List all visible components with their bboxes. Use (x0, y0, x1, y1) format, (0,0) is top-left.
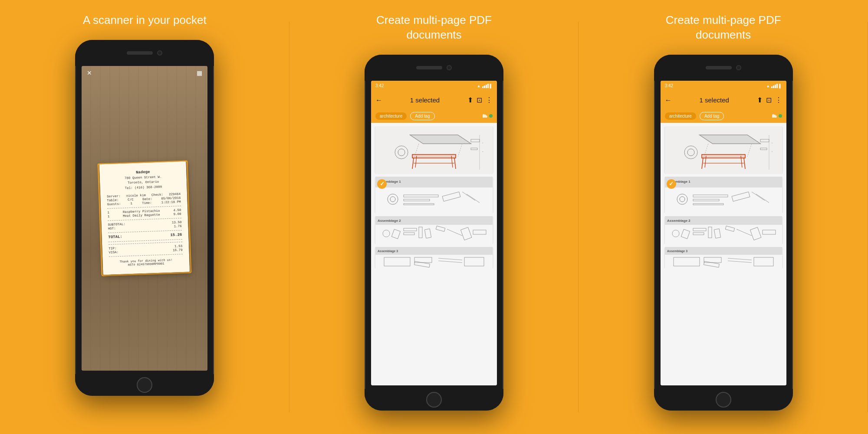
receipt-address-block: 780 Queen Street W. Toronto, Ontario Tel… (106, 174, 181, 192)
doc-screen-pdf2: 3:42 ▲ ▌ ← 1 selected ⬆ ⊡ (661, 81, 786, 385)
svg-rect-85 (665, 225, 782, 244)
svg-text:←: ← (771, 141, 773, 144)
panel-pdf2: Create multi-page PDFdocuments 3:42 ▲ ▌ (579, 0, 868, 434)
svg-rect-32 (375, 225, 493, 244)
item1-qty: 1 (108, 211, 110, 214)
hst-label: HST: (108, 227, 116, 230)
arch-drawing-4-pdf2: Assemblage 3 Table frame (664, 247, 783, 269)
phone-bottom-pdf2 (654, 389, 793, 411)
cloud-online-dot-pdf2 (779, 114, 782, 118)
svg-text:Assemblage 3: Assemblage 3 (378, 250, 398, 253)
arch-drawing-3-pdf2: Assemblage 2 (664, 216, 783, 244)
doc-list-pdf2: ← ← ✓ Assemblage 1 (661, 123, 786, 385)
svg-text:←: ← (482, 150, 484, 153)
phone-pdf2: 3:42 ▲ ▌ ← 1 selected ⬆ ⊡ (654, 55, 793, 411)
doc-screen-pdf1: 3:42 ▲ ▌ ← 1 selected ⬆ ⊡ (371, 81, 497, 385)
wifi-icon: ▲ (477, 84, 481, 88)
tag-bar-pdf1: architecture Add tag (371, 109, 497, 123)
doc-card-4-pdf1[interactable]: Assemblage 3 Table frame (375, 247, 493, 269)
svg-text:Assemblage 2: Assemblage 2 (378, 219, 401, 223)
home-button[interactable] (137, 377, 152, 393)
item1-price: 4.50 (174, 208, 181, 212)
arch-drawing-3-pdf1: Assemblage 2 (375, 216, 493, 244)
doc-card-img-4-pdf1: Assemblage 3 Table frame (375, 247, 493, 269)
scan-overlay: Nadege 780 Queen Street W. Toronto, Onta… (82, 66, 207, 371)
export-button-pdf1[interactable]: ⊡ (477, 96, 482, 104)
doc-card-3-pdf2[interactable]: Assemblage 2 (664, 216, 783, 244)
app-bar-pdf1: ← 1 selected ⬆ ⊡ ⋮ (371, 91, 497, 109)
server-label: Server: (107, 194, 121, 198)
doc-card-1-pdf1[interactable]: ← ← (375, 126, 493, 174)
cloud-icon-pdf2 (772, 114, 778, 118)
flash-icon[interactable]: ✕ (87, 69, 92, 76)
doc-card-2-pdf2[interactable]: ✓ Assemblage 1 (664, 177, 783, 214)
export-button-pdf2[interactable]: ⊡ (766, 96, 772, 104)
tag-architecture-pdf1[interactable]: architecture (375, 112, 407, 120)
camera-pdf1 (447, 65, 452, 70)
arch-drawing-2-pdf2: Assemblage 1 (664, 177, 783, 214)
speaker-pdf1 (416, 66, 442, 69)
receipt-document: Nadege 780 Queen Street W. Toronto, Onta… (99, 161, 190, 275)
camera-pdf2 (736, 65, 741, 70)
scan-mode-icon[interactable]: ▦ (197, 69, 202, 76)
share-button-pdf2[interactable]: ⬆ (757, 96, 763, 104)
table-label: Table: (107, 198, 119, 202)
battery-icon: ▌ (490, 84, 493, 88)
panel-pdf1: Create multi-page PDFdocuments 3:42 ▲ ▌ (289, 0, 579, 434)
panel-pdf2-title: Create multi-page PDFdocuments (666, 13, 781, 43)
total-value: 15.26 (171, 233, 182, 237)
panel-pdf1-title: Create multi-page PDFdocuments (376, 13, 492, 43)
svg-rect-59 (702, 155, 745, 158)
app-bar-pdf2: ← 1 selected ⬆ ⊡ ⋮ (661, 91, 786, 109)
camera-icon (157, 50, 162, 56)
more-button-pdf2[interactable]: ⋮ (775, 96, 782, 104)
doc-card-3-pdf1[interactable]: Assemblage 2 (375, 216, 493, 244)
phone-top-pdf1 (365, 55, 503, 81)
phone-bottom-pdf1 (365, 389, 503, 411)
item2-name: Meat Daily Baguette (123, 213, 160, 218)
back-button-pdf1[interactable]: ← (375, 96, 382, 104)
status-icons-pdf2: ▲ ▌ (766, 84, 782, 88)
svg-rect-99 (665, 255, 782, 269)
check-label: Check: (151, 193, 163, 197)
arch-drawing-1-pdf2: ← ← (664, 126, 783, 174)
subtotal-value: 13.50 (172, 220, 182, 224)
visa-value: 16.79 (173, 248, 183, 252)
date-label: Date: (142, 197, 152, 201)
item2-price: 9.00 (174, 212, 181, 216)
doc-card-4-pdf2[interactable]: Assemblage 3 Table frame (664, 247, 783, 269)
scanner-top-icons: ✕ ▦ (82, 69, 207, 76)
battery-icon-pdf2: ▌ (779, 84, 782, 88)
tag-architecture-pdf2[interactable]: architecture (665, 112, 696, 120)
svg-text:Assemblage 3: Assemblage 3 (667, 250, 687, 253)
doc-card-2-pdf1[interactable]: ✓ Assemblage 1 (375, 177, 493, 214)
visa-label: VISA: (109, 250, 119, 254)
arch-drawing-2-pdf1: Assemblage 1 (375, 177, 493, 214)
status-time-pdf1: 3:42 (375, 83, 384, 88)
more-button-pdf1[interactable]: ⋮ (486, 96, 493, 104)
home-button-pdf1[interactable] (426, 392, 442, 408)
doc-card-img-3-pdf2: Assemblage 2 (664, 216, 783, 244)
svg-rect-0 (375, 126, 493, 174)
guests-value: 1 (131, 202, 133, 205)
doc-card-1-pdf2[interactable]: ← ← (664, 126, 783, 174)
total-label: TOTAL: (108, 235, 123, 240)
back-button-pdf2[interactable]: ← (665, 96, 672, 104)
doc-card-img-1-pdf1: ← ← (375, 126, 493, 174)
status-bar-pdf1: 3:42 ▲ ▌ (371, 81, 497, 91)
panel-scanner-title: A scanner in your pocket (83, 13, 207, 28)
wifi-icon-pdf2: ▲ (766, 84, 770, 88)
time-label: Time: (142, 201, 152, 205)
phone-scanner: ✕ ▦ Nadege 780 Queen Street W. Toronto, … (75, 40, 214, 396)
cloud-online-dot-pdf1 (489, 114, 493, 118)
add-tag-pdf2[interactable]: Add tag (700, 112, 724, 120)
doc-card-img-4-pdf2: Assemblage 3 Table frame (664, 247, 783, 269)
status-bar-pdf2: 3:42 ▲ ▌ (661, 81, 786, 91)
add-tag-pdf1[interactable]: Add tag (410, 112, 434, 120)
cloud-status-pdf2 (772, 114, 782, 118)
share-button-pdf1[interactable]: ⬆ (467, 96, 473, 104)
receipt-footer: Thank you for dining with us! HST# 82457… (109, 258, 183, 267)
speaker-pdf2 (706, 66, 732, 69)
home-button-pdf2[interactable] (716, 392, 731, 408)
svg-rect-6 (412, 155, 456, 158)
